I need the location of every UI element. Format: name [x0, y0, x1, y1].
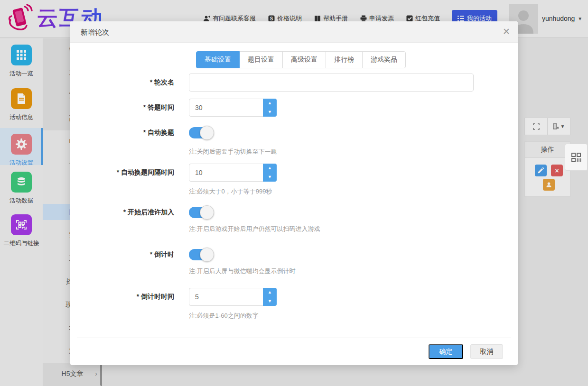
field-label-countdown-time: * 倒计时时间: [70, 293, 174, 301]
tab-question-settings[interactable]: 题目设置: [239, 51, 283, 68]
modal-tabs: 基础设置 题目设置 高级设置 排行榜 游戏奖品: [196, 51, 406, 68]
spinner-down-icon[interactable]: ▼: [263, 173, 277, 182]
spinner-up-icon[interactable]: ▲: [263, 288, 277, 297]
field-note: 注:开启后大屏与微信端均会显示倒计时: [189, 267, 296, 276]
confirm-button[interactable]: 确定: [429, 344, 463, 359]
spinner-down-icon[interactable]: ▼: [263, 108, 277, 117]
allow-join-toggle[interactable]: [189, 207, 213, 218]
countdown-toggle[interactable]: [189, 249, 213, 260]
auto-next-interval-stepper: ▲ ▼: [189, 164, 277, 182]
round-name-input[interactable]: [189, 74, 474, 92]
modal-footer: 确定 取消: [77, 338, 511, 365]
toggle-knob: [200, 205, 214, 220]
number-spinner: ▲ ▼: [263, 288, 277, 306]
spinner-up-icon[interactable]: ▲: [263, 99, 277, 108]
field-note: 注:开启后游戏开始后用户仍然可以扫码进入游戏: [189, 225, 320, 233]
auto-next-toggle[interactable]: [189, 127, 213, 138]
number-spinner: ▲ ▼: [263, 99, 277, 117]
modal-header: 新增轮次 ✕: [70, 21, 518, 43]
countdown-time-stepper: ▲ ▼: [189, 288, 277, 306]
tab-game-prizes[interactable]: 游戏奖品: [362, 51, 406, 68]
close-icon[interactable]: ✕: [503, 27, 510, 37]
spinner-up-icon[interactable]: ▲: [263, 164, 277, 173]
answer-time-stepper: ▲ ▼: [189, 99, 277, 117]
tab-advanced-settings[interactable]: 高级设置: [282, 51, 326, 68]
qr-code-panel[interactable]: [565, 144, 588, 171]
field-label-round-name: * 轮次名: [70, 78, 174, 87]
field-note: 注:必须是1-60之间的数字: [189, 312, 259, 320]
field-note: 注:必须大于0，小于等于999秒: [189, 187, 272, 196]
add-round-modal: 新增轮次 ✕ 基础设置 题目设置 高级设置 排行榜 游戏奖品 * 轮次名 * 答…: [70, 21, 518, 365]
tab-basic-settings[interactable]: 基础设置: [196, 51, 240, 68]
spinner-down-icon[interactable]: ▼: [263, 297, 277, 306]
field-label-answer-time: * 答题时间: [70, 103, 174, 112]
field-label-allow-join-after-start: * 开始后准许加入: [70, 208, 174, 217]
toggle-knob: [200, 248, 214, 262]
tab-leaderboard[interactable]: 排行榜: [326, 51, 363, 68]
cancel-button[interactable]: 取消: [470, 344, 503, 359]
number-spinner: ▲ ▼: [263, 164, 277, 182]
toggle-knob: [200, 126, 214, 140]
field-label-auto-next: * 自动换题: [70, 129, 174, 137]
qr-code-icon: [570, 152, 582, 163]
field-note: 注:关闭后需要手动切换至下一题: [189, 147, 277, 156]
field-label-auto-next-interval: * 自动换题间隔时间: [70, 168, 174, 177]
page: 云互动 有问题联系客服 S 价格说明 帮助手册: [0, 0, 588, 386]
field-label-countdown: * 倒计时: [70, 250, 174, 259]
modal-title: 新增轮次: [81, 21, 109, 43]
